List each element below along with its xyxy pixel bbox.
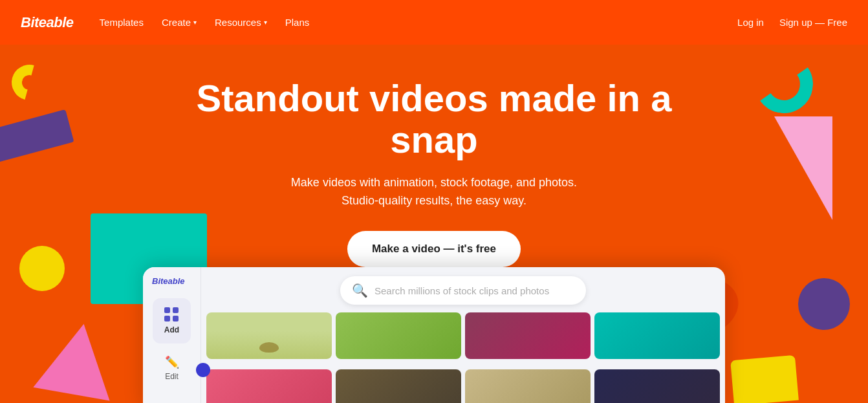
profile-dot [196, 363, 210, 377]
nav-links: Templates Create ▾ Resources ▾ Plans [100, 17, 737, 28]
hero-section: Biteable Templates Create ▾ Resources ▾ … [0, 0, 868, 403]
search-bar[interactable]: 🔍 Search millions of stock clips and pho… [340, 276, 586, 305]
login-button[interactable]: Log in [737, 17, 764, 28]
thumb-pink-dark[interactable] [465, 312, 591, 359]
edit-button[interactable]: ✏️ Edit [165, 355, 179, 381]
hero-subtitle: Make videos with animation, stock footag… [291, 173, 577, 211]
thumb-mountains[interactable] [465, 369, 591, 403]
signup-button[interactable]: Sign up — Free [779, 17, 847, 28]
add-button[interactable]: Add [153, 298, 191, 343]
deco-pink-triangle-left [33, 317, 122, 400]
nav-right: Log in Sign up — Free [737, 17, 847, 28]
hero-title: Standout videos made in a snap [182, 78, 686, 160]
chevron-down-icon: ▾ [193, 19, 197, 26]
thumb-teal[interactable] [594, 312, 720, 359]
nav-resources[interactable]: Resources ▾ [215, 17, 267, 28]
thumb-dark-scene[interactable] [336, 369, 461, 403]
app-main: 🔍 Search millions of stock clips and pho… [201, 267, 725, 403]
nav-templates[interactable]: Templates [100, 17, 144, 28]
grid-icon [164, 307, 179, 321]
nav-plans[interactable]: Plans [285, 17, 310, 28]
media-grid [201, 307, 725, 364]
nav-create[interactable]: Create ▾ [162, 17, 197, 28]
thumb-vr[interactable] [594, 369, 720, 403]
thumb-grapes[interactable] [336, 312, 461, 359]
pencil-icon: ✏️ [165, 355, 179, 369]
chevron-down-icon: ▾ [264, 19, 267, 26]
add-label: Add [164, 325, 179, 334]
deco-yellow-bottom-right [730, 355, 799, 403]
thumb-hummingbird[interactable] [206, 312, 332, 359]
navbar: Biteable Templates Create ▾ Resources ▾ … [0, 0, 868, 45]
app-logo: Biteable [152, 276, 185, 286]
app-sidebar: Biteable Add ✏️ Edit [143, 267, 201, 403]
edit-label: Edit [165, 372, 179, 381]
deco-purple-circle-right [798, 278, 850, 330]
hero-cta-button[interactable]: Make a video — it's free [347, 231, 521, 267]
media-grid-row2 [201, 364, 725, 403]
thumb-woman[interactable] [206, 369, 332, 403]
search-icon: 🔍 [352, 283, 368, 298]
app-preview: Biteable Add ✏️ Edit 🔍 Search millions o… [143, 267, 725, 403]
nav-logo[interactable]: Biteable [21, 14, 74, 31]
hero-content: Standout videos made in a snap Make vide… [0, 58, 868, 267]
search-placeholder: Search millions of stock clips and photo… [374, 285, 549, 296]
